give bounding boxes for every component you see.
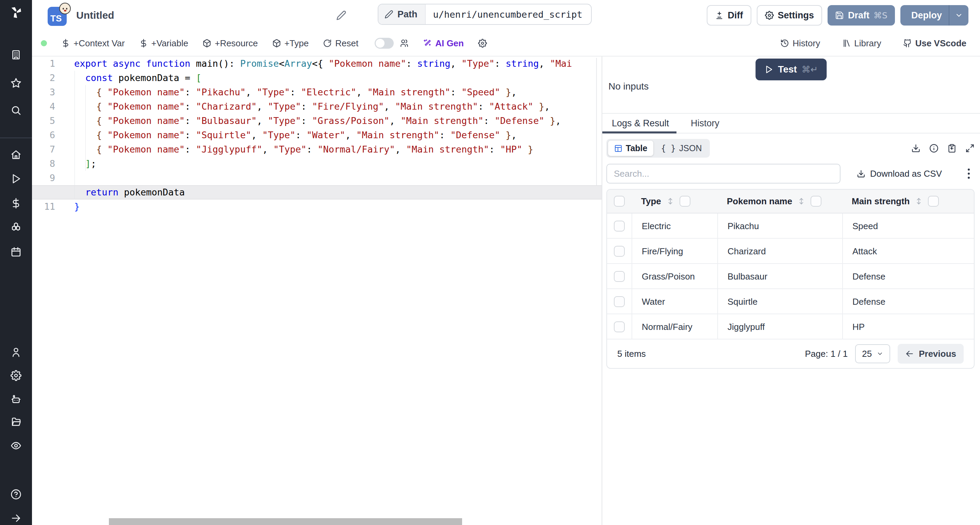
- table-row[interactable]: WaterSquirtleDefense: [607, 289, 974, 314]
- code-line[interactable]: { "Pokemon name": "Pikachu", "Type": "El…: [74, 85, 601, 99]
- line-number: 2: [32, 71, 59, 85]
- download-icon[interactable]: [911, 144, 920, 153]
- collaboration-toggle[interactable]: [375, 38, 394, 49]
- search-icon[interactable]: [11, 105, 21, 116]
- workers-robot-icon[interactable]: [11, 394, 21, 405]
- row-checkbox[interactable]: [614, 221, 625, 231]
- help-icon[interactable]: [11, 489, 21, 500]
- multiplayer-users-icon[interactable]: [400, 39, 409, 48]
- code-line[interactable]: { "Pokemon name": "Jigglypuff", "Type": …: [74, 142, 601, 156]
- home-icon[interactable]: [11, 150, 21, 160]
- reset-button[interactable]: Reset: [323, 38, 358, 49]
- cell-type: Normal/Fairy: [632, 314, 717, 340]
- sort-icon[interactable]: [915, 197, 923, 206]
- use-vscode-button[interactable]: Use VScode: [903, 38, 966, 49]
- row-checkbox[interactable]: [614, 246, 625, 257]
- audit-eye-icon[interactable]: [11, 440, 21, 451]
- add-variable-button[interactable]: +Variable: [139, 38, 189, 49]
- code-line[interactable]: export async function main(): Promise<Ar…: [74, 56, 601, 71]
- column-checkbox[interactable]: [928, 196, 939, 207]
- workspace-building-icon[interactable]: [11, 49, 21, 60]
- view-table-button[interactable]: Table: [608, 140, 653, 156]
- code-line[interactable]: { "Pokemon name": "Squirtle", "Type": "W…: [74, 128, 601, 142]
- cell-main-strength: HP: [842, 314, 974, 340]
- history-button[interactable]: History: [780, 38, 820, 49]
- code-line[interactable]: return pokemonData: [74, 185, 601, 199]
- diff-button[interactable]: Diff: [707, 5, 751, 26]
- previous-page-button[interactable]: Previous: [898, 344, 964, 364]
- cell-pokemon-name: Charizard: [717, 239, 842, 264]
- windmill-logo-icon[interactable]: [9, 5, 23, 19]
- code-line[interactable]: { "Pokemon name": "Bulbasaur", "Type": "…: [74, 114, 601, 128]
- draft-button[interactable]: Draft ⌘S: [827, 5, 895, 26]
- path-value[interactable]: u/henri/unencumbered_script: [426, 5, 592, 24]
- more-options-kebab[interactable]: [966, 167, 971, 180]
- no-inputs-label: No inputs: [608, 81, 649, 92]
- path-pencil-icon: [385, 10, 393, 19]
- users-icon: [400, 39, 409, 48]
- favorites-star-icon[interactable]: [11, 78, 21, 89]
- add-type-button[interactable]: +Type: [272, 38, 309, 49]
- line-number: 11: [32, 199, 59, 214]
- table-row[interactable]: Normal/FairyJigglypuffHP: [607, 314, 974, 340]
- horizontal-scrollbar[interactable]: [109, 518, 462, 525]
- tab-history[interactable]: History: [691, 118, 719, 129]
- view-json-button[interactable]: { } JSON: [655, 140, 708, 156]
- table-row[interactable]: Fire/FlyingCharizardAttack: [607, 239, 974, 264]
- sort-icon[interactable]: [667, 197, 674, 206]
- code-line[interactable]: }: [74, 199, 601, 214]
- code-line[interactable]: [74, 171, 601, 185]
- page-size-select[interactable]: 25: [855, 344, 890, 363]
- row-checkbox[interactable]: [614, 271, 625, 282]
- table-footer: 5 items Page: 1 / 1 25 Previous: [607, 340, 974, 368]
- gear-icon: [765, 11, 774, 20]
- column-header: Type: [632, 196, 717, 207]
- play-icon: [764, 65, 773, 74]
- code-editor[interactable]: 1234567891011 export async function main…: [32, 56, 601, 525]
- code-line[interactable]: const pokemonData = [: [74, 71, 601, 85]
- library-books-icon: [842, 39, 851, 48]
- search-input[interactable]: [606, 164, 840, 184]
- download-csv-button[interactable]: Download as CSV: [857, 169, 942, 179]
- select-all-checkbox[interactable]: [614, 196, 625, 207]
- edit-title-pencil-icon[interactable]: [336, 10, 347, 21]
- clipboard-copy-icon[interactable]: [947, 144, 956, 153]
- chevron-down-icon: [877, 350, 883, 357]
- code-line[interactable]: { "Pokemon name": "Charizard", "Type": "…: [74, 99, 601, 114]
- table-row[interactable]: Grass/PoisonBulbasaurDefense: [607, 264, 974, 289]
- deploy-button[interactable]: Deploy: [900, 5, 949, 26]
- deploy-dropdown-button[interactable]: [950, 5, 969, 26]
- runs-play-icon[interactable]: [11, 173, 21, 184]
- expand-icon[interactable]: [966, 144, 975, 153]
- sort-icon[interactable]: [798, 197, 805, 206]
- variables-dollar-icon[interactable]: [11, 198, 21, 209]
- editor-settings-gear[interactable]: [478, 39, 487, 48]
- library-button[interactable]: Library: [842, 38, 881, 49]
- path-field[interactable]: Path u/henri/unencumbered_script: [378, 4, 592, 25]
- expand-sidebar-arrow-icon[interactable]: [11, 513, 21, 523]
- table-row[interactable]: ElectricPikachuSpeed: [607, 214, 974, 239]
- users-person-icon[interactable]: [11, 347, 21, 358]
- tab-logs-result[interactable]: Logs & Result: [612, 118, 669, 129]
- schedules-calendar-icon[interactable]: [11, 246, 21, 257]
- resources-boxes-icon[interactable]: [11, 222, 21, 233]
- column-checkbox[interactable]: [811, 196, 821, 207]
- line-number: 1: [32, 56, 59, 71]
- settings-button[interactable]: Settings: [757, 5, 822, 26]
- info-icon[interactable]: [929, 144, 939, 153]
- add-context-var-button[interactable]: +Context Var: [61, 38, 125, 49]
- code-line[interactable]: ];: [74, 156, 601, 171]
- test-button[interactable]: Test ⌘↵: [756, 59, 827, 80]
- column-checkbox[interactable]: [679, 196, 690, 207]
- row-checkbox[interactable]: [614, 321, 625, 332]
- page-label: Page: 1 / 1: [805, 349, 848, 359]
- settings-gear-icon[interactable]: [11, 370, 21, 381]
- folders-icon[interactable]: [11, 417, 21, 428]
- gear-icon: [478, 39, 487, 48]
- sidebar: [0, 0, 32, 525]
- add-resource-button[interactable]: +Resource: [202, 38, 258, 49]
- ai-gen-button[interactable]: AI Gen: [423, 38, 464, 49]
- line-number: 6: [32, 128, 59, 142]
- row-checkbox[interactable]: [614, 296, 625, 307]
- editor-toolbar: +Context Var +Variable +Resource +Type R…: [32, 30, 980, 56]
